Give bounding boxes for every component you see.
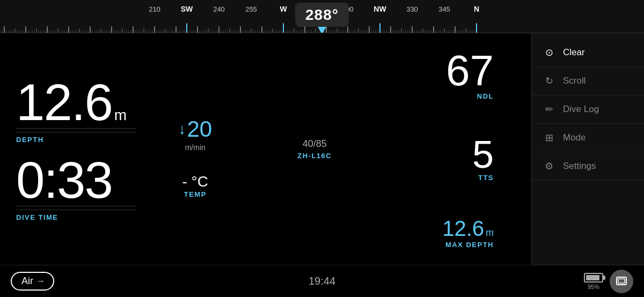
maxdepth-value: 12.6 m	[442, 217, 494, 241]
main-content: 12.6 m DEPTH 0:33 DIVE TIME ↓ 20 m/min -…	[0, 33, 510, 265]
bottom-right: 95%	[584, 270, 633, 293]
menu-label-settings: Settings	[563, 161, 596, 172]
dive-computer-icon[interactable]	[610, 270, 633, 293]
scroll-icon: ↻	[543, 75, 555, 87]
temp-metric: - °C TEMP	[182, 173, 208, 198]
menu-item-settings[interactable]: ⚙ Settings	[532, 152, 644, 181]
depth-metric: 12.6 m DEPTH	[16, 44, 136, 149]
compass-bar: 288°	[0, 0, 644, 33]
menu-label-mode: Mode	[563, 132, 586, 143]
temp-value: - °C	[182, 173, 208, 190]
depth-unit: m	[114, 107, 127, 124]
menu-label-scroll: Scroll	[563, 76, 586, 86]
maxdepth-label: MAX DEPTH	[445, 241, 494, 249]
algo-label: ZH-L16C	[297, 152, 332, 160]
gas-connector-icon: ⊸	[38, 277, 43, 285]
gas-indicator: Air ⊸	[11, 272, 54, 291]
settings-icon: ⚙	[543, 160, 555, 173]
sidebar-menu: ⊙ Clear ↻ Scroll ✏ Dive Log ⊞ Mode ⚙ Set…	[531, 33, 644, 265]
tts-label: TTS	[478, 174, 494, 182]
algorithm-metric: 40/85 ZH-L16C	[255, 44, 375, 254]
divetime-value: 0:33	[16, 154, 112, 206]
depth-value: 12.6	[16, 77, 112, 128]
divetime-metric: 0:33 DIVE TIME	[16, 149, 136, 254]
menu-item-divelog[interactable]: ✏ Dive Log	[532, 95, 644, 124]
menu-label-clear: Clear	[563, 47, 585, 58]
descent-arrow-icon: ↓	[178, 121, 186, 138]
svg-rect-1	[618, 279, 625, 283]
divetime-label: DIVE TIME	[16, 210, 136, 221]
menu-item-mode[interactable]: ⊞ Mode	[532, 124, 644, 152]
clear-icon: ⊙	[543, 46, 555, 59]
battery-indicator: 95%	[584, 273, 603, 290]
battery-fill	[586, 275, 599, 280]
maxdepth-unit: m	[486, 227, 494, 239]
ndl-value: 67	[446, 49, 494, 92]
tts-value: 5	[472, 135, 494, 174]
menu-label-divelog: Dive Log	[563, 104, 599, 115]
right-metrics: 67 NDL 5 TTS 12.6 m MAX DEPTH	[375, 44, 494, 254]
divelog-icon: ✏	[543, 103, 555, 116]
menu-item-clear[interactable]: ⊙ Clear	[532, 39, 644, 67]
battery-label: 95%	[588, 284, 599, 290]
ndl-metric: 67 NDL	[375, 49, 494, 100]
maxdepth-metric: 12.6 m MAX DEPTH	[375, 217, 494, 249]
maxdepth-value-text: 12.6	[442, 217, 484, 241]
bottom-time: 19:44	[309, 275, 335, 287]
compass-pointer-icon	[318, 27, 326, 33]
menu-item-scroll[interactable]: ↻ Scroll	[532, 67, 644, 95]
center-metrics: ↓ 20 m/min - °C TEMP	[136, 44, 255, 254]
descent-value-text: 20	[187, 116, 212, 142]
descent-rate: ↓ 20	[178, 116, 212, 142]
algo-value: 40/85	[303, 138, 327, 150]
compass-heading-value: 288°	[305, 6, 339, 23]
tts-metric: 5 TTS	[375, 135, 494, 182]
temp-label: TEMP	[182, 190, 208, 198]
battery-icon	[584, 273, 603, 283]
depth-label: DEPTH	[16, 132, 136, 144]
ndl-label: NDL	[477, 92, 494, 100]
gas-label: Air	[21, 276, 33, 287]
compass-heading: 288°	[296, 3, 348, 27]
descent-unit: m/min	[185, 143, 206, 152]
mode-icon: ⊞	[543, 131, 555, 144]
bottom-bar: Air ⊸ 19:44 95%	[0, 265, 644, 297]
